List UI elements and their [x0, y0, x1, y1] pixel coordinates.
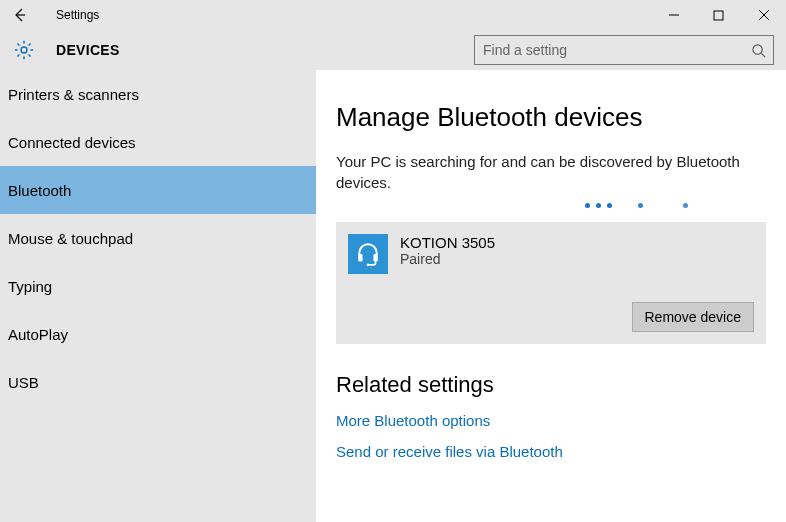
svg-point-10: [367, 263, 370, 266]
svg-line-7: [761, 53, 765, 57]
sidebar: Printers & scanners Connected devices Bl…: [0, 70, 316, 522]
maximize-button[interactable]: [696, 0, 741, 30]
svg-point-5: [21, 47, 27, 53]
sidebar-item-mouse-touchpad[interactable]: Mouse & touchpad: [0, 214, 316, 262]
remove-device-button[interactable]: Remove device: [632, 302, 755, 332]
section-title: DEVICES: [56, 42, 120, 58]
back-button[interactable]: [0, 0, 40, 30]
window-title: Settings: [40, 8, 99, 22]
sidebar-item-autoplay[interactable]: AutoPlay: [0, 310, 316, 358]
gear-icon: [12, 38, 36, 62]
close-button[interactable]: [741, 0, 786, 30]
sidebar-item-label: Typing: [8, 278, 52, 295]
search-box[interactable]: [474, 35, 774, 65]
main-content: Manage Bluetooth devices Your PC is sear…: [316, 70, 786, 522]
sidebar-item-label: Bluetooth: [8, 182, 71, 199]
link-more-bluetooth-options[interactable]: More Bluetooth options: [336, 412, 766, 429]
sidebar-item-typing[interactable]: Typing: [0, 262, 316, 310]
device-name: KOTION 3505: [400, 234, 495, 251]
svg-rect-9: [373, 254, 377, 262]
sidebar-item-connected-devices[interactable]: Connected devices: [0, 118, 316, 166]
header: DEVICES: [0, 30, 786, 70]
sidebar-item-label: AutoPlay: [8, 326, 68, 343]
svg-rect-2: [714, 11, 723, 20]
sidebar-item-printers-scanners[interactable]: Printers & scanners: [0, 70, 316, 118]
sidebar-item-bluetooth[interactable]: Bluetooth: [0, 166, 316, 214]
link-send-receive-files[interactable]: Send or receive files via Bluetooth: [336, 443, 766, 460]
status-text: Your PC is searching for and can be disc…: [336, 151, 756, 193]
page-title: Manage Bluetooth devices: [336, 102, 766, 133]
svg-point-6: [752, 44, 761, 53]
sidebar-item-usb[interactable]: USB: [0, 358, 316, 406]
sidebar-item-label: Printers & scanners: [8, 86, 139, 103]
search-input[interactable]: [475, 42, 743, 58]
svg-rect-8: [358, 254, 362, 262]
search-icon[interactable]: [743, 43, 773, 58]
sidebar-item-label: Connected devices: [8, 134, 136, 151]
headset-icon: [348, 234, 388, 274]
sidebar-item-label: Mouse & touchpad: [8, 230, 133, 247]
titlebar: Settings: [0, 0, 786, 30]
minimize-button[interactable]: [651, 0, 696, 30]
sidebar-item-label: USB: [8, 374, 39, 391]
related-settings-heading: Related settings: [336, 372, 766, 398]
device-card[interactable]: KOTION 3505 Paired Remove device: [336, 222, 766, 344]
searching-indicator: [336, 203, 736, 208]
device-status: Paired: [400, 251, 495, 267]
